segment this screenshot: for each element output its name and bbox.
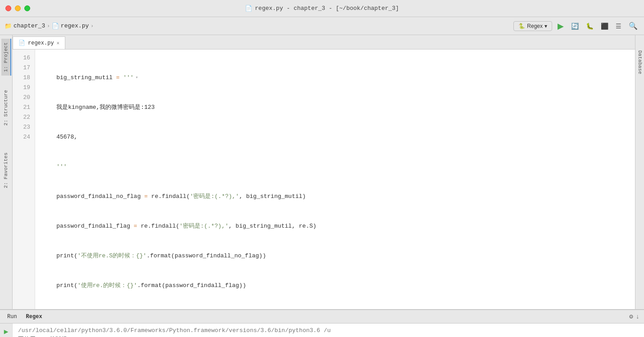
line-num-18: 18 [13, 73, 35, 83]
line-num-23: 23 [13, 122, 35, 132]
file-icon-small: 📄 [52, 22, 59, 30]
breadcrumb-sep-1: › [47, 23, 50, 29]
editor-area: 📄 regex.py ✕ 16 17 18 19 20 21 22 23 24 … [13, 35, 635, 309]
debug-button[interactable]: 🐛 [584, 21, 595, 31]
settings-icon[interactable]: ⚙ [629, 313, 633, 320]
run-controls: ▶ ↑ ⬛ ↓ » » [0, 324, 13, 337]
code-line-17: 我是kingname,我的微博密码是:123 [42, 103, 635, 112]
window-title: 📄 regex.py - chapter_3 - [~/book/chapter… [245, 5, 399, 12]
minimize-button[interactable] [15, 5, 21, 11]
run-config-button[interactable]: 🐍 Regex ▾ [513, 21, 552, 31]
title-bar: 📄 regex.py - chapter_3 - [~/book/chapter… [0, 0, 644, 17]
code-line-23: print('使用re.的时候：{}'.format(password_find… [42, 281, 635, 291]
stop-button[interactable]: ⬛ [599, 21, 610, 31]
run-output-line-1: /usr/local/cellar/python3/3.6.0/Framewor… [18, 326, 639, 335]
run-play-button[interactable]: ▶ [4, 327, 9, 336]
search-button[interactable]: 🔍 [627, 20, 639, 32]
folder-icon: 📁 [5, 22, 12, 30]
sidebar-item-structure[interactable]: 2: Structure [1, 86, 11, 129]
scroll-icon[interactable]: ↓ [636, 313, 639, 320]
rerun-button[interactable]: 🔄 [569, 21, 581, 31]
breadcrumb-sep-2: › [91, 23, 94, 29]
line-num-16: 16 [13, 53, 35, 63]
run-tab-regex[interactable]: Regex [23, 313, 45, 321]
run-tab-run[interactable]: Run [5, 313, 20, 321]
line-num-19: 19 [13, 83, 35, 93]
run-panel: Run Regex ⚙ ↓ ▶ ↑ ⬛ ↓ » » /usr/local/cel… [0, 309, 644, 337]
breadcrumb: 📁 chapter_3 › 📄 regex.py › [5, 22, 94, 30]
line-num-24: 24 [13, 132, 35, 142]
left-sidebar: 1: Project 2: Structure 2: Favorites [0, 35, 13, 309]
code-line-20: password_findall_no_flag = re.findall('密… [42, 192, 635, 202]
traffic-lights [5, 5, 30, 11]
code-content[interactable]: big_string_mutil = ''' ▾ 我是kingname,我的微博… [35, 49, 635, 309]
tab-close-button[interactable]: ✕ [57, 40, 60, 46]
tab-bar: 📄 regex.py ✕ [13, 35, 635, 49]
menu-button[interactable]: ☰ [614, 21, 623, 31]
dropdown-arrow: ▾ [544, 23, 547, 29]
main-layout: 1: Project 2: Structure 2: Favorites 📄 r… [0, 35, 644, 309]
run-panel-header: Run Regex ⚙ ↓ [0, 310, 644, 324]
nav-bar: 📁 chapter_3 › 📄 regex.py › 🐍 Regex ▾ ▶ 🔄… [0, 17, 644, 35]
line-num-22: 22 [13, 112, 35, 122]
tab-label: regex.py [28, 40, 54, 46]
breadcrumb-chapter[interactable]: chapter_3 [14, 22, 45, 29]
code-line-22: print('不使用re.S的时候：{}'.format(password_fi… [42, 251, 635, 261]
code-line-19: ''' [42, 162, 635, 172]
code-line-18: 45678, [42, 132, 635, 142]
sidebar-item-favorites[interactable]: 2: Favorites [1, 149, 11, 192]
maximize-button[interactable] [24, 5, 30, 11]
tab-file-icon: 📄 [18, 40, 25, 46]
editor-tab-regex[interactable]: 📄 regex.py ✕ [13, 36, 65, 49]
file-icon: 📄 [245, 5, 252, 12]
sidebar-item-project[interactable]: 1: Project [1, 39, 11, 76]
run-panel-actions: ⚙ ↓ [629, 313, 639, 320]
right-sidebar: Database [635, 35, 644, 309]
code-line-21: password_findall_flag = re.findall('密码是:… [42, 221, 635, 231]
run-panel-tabs: Run Regex [5, 313, 45, 321]
run-output-line-2: 不使用re.S的时候：[] [18, 335, 639, 337]
run-button[interactable]: ▶ [556, 19, 566, 33]
close-button[interactable] [5, 5, 11, 11]
run-panel-content: ▶ ↑ ⬛ ↓ » » /usr/local/cellar/python3/3.… [0, 324, 644, 337]
code-editor: 16 17 18 19 20 21 22 23 24 big_string_mu… [13, 49, 635, 309]
run-output: /usr/local/cellar/python3/3.6.0/Framewor… [13, 324, 644, 337]
python-icon: 🐍 [518, 23, 525, 29]
line-num-17: 17 [13, 63, 35, 73]
sidebar-item-database[interactable]: Database [636, 48, 644, 77]
code-line-16: big_string_mutil = ''' ▾ [42, 73, 635, 83]
breadcrumb-file[interactable]: regex.py [61, 22, 89, 29]
line-numbers: 16 17 18 19 20 21 22 23 24 [13, 49, 35, 309]
line-num-21: 21 [13, 103, 35, 112]
line-num-20: 20 [13, 93, 35, 103]
nav-actions: 🐍 Regex ▾ ▶ 🔄 🐛 ⬛ ☰ 🔍 [513, 19, 639, 33]
